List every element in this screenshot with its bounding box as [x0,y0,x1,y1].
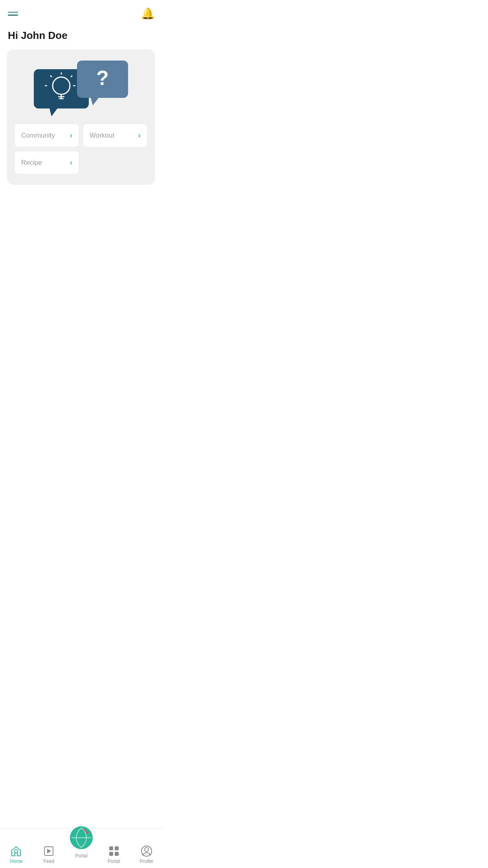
workout-label: Workout [90,132,114,140]
hamburger-line-1 [8,12,18,13]
greeting-text: Hi John Doe [8,29,68,41]
svg-marker-12 [91,98,99,105]
community-chevron-icon: › [70,131,72,140]
chat-bubbles-illustration: ? [30,57,132,116]
content-area: ? Community › Workout › Recipe › [0,50,163,289]
hamburger-line-2 [8,15,18,16]
community-label: Community [21,132,55,140]
community-button[interactable]: Community › [15,124,79,147]
app-container: 🔔 Hi John Doe [0,0,163,289]
notification-bell-icon[interactable]: 🔔 [141,7,155,20]
feature-card: ? Community › Workout › Recipe › [7,50,155,185]
scroll-area[interactable]: ? Community › Workout › Recipe › [0,50,163,185]
greeting-section: Hi John Doe [0,24,163,50]
recipe-button[interactable]: Recipe › [15,151,79,174]
svg-text:?: ? [96,66,109,89]
svg-marker-1 [50,108,57,116]
recipe-chevron-icon: › [70,158,72,167]
menu-grid: Community › Workout › Recipe › [15,124,147,174]
recipe-label: Recipe [21,159,42,167]
workout-button[interactable]: Workout › [83,124,147,147]
workout-chevron-icon: › [138,131,141,140]
header: 🔔 [0,0,163,24]
card-icon-area: ? [15,57,147,120]
hamburger-menu-button[interactable] [8,12,18,16]
